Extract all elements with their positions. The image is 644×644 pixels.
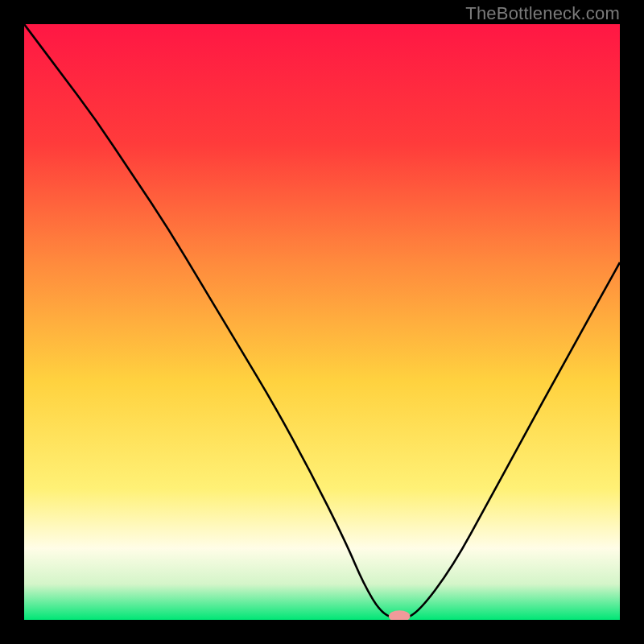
watermark-text: TheBottleneck.com (465, 3, 620, 24)
gradient-background (24, 24, 620, 620)
chart-frame: TheBottleneck.com (0, 0, 644, 644)
plot-area (24, 24, 620, 620)
